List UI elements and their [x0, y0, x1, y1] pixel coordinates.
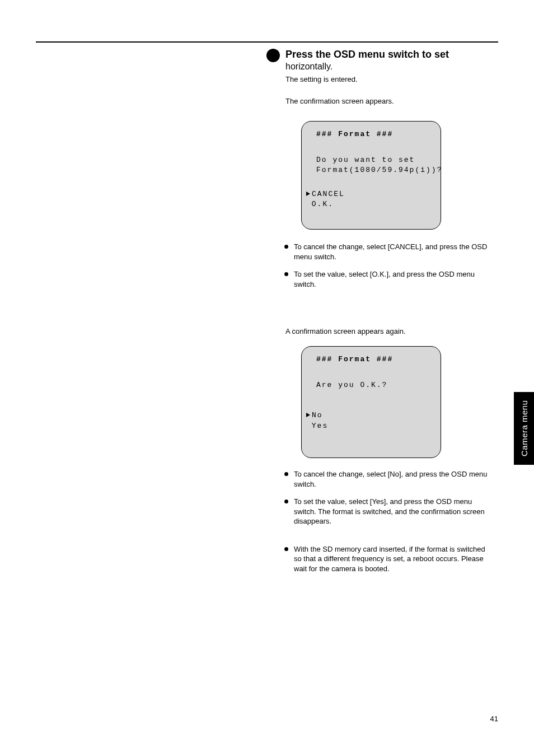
lcd2-option-yes: Yes [306, 421, 416, 431]
horizontal-rule [36, 41, 498, 43]
bullet2-item2: To set the value, select [Yes], and pres… [294, 497, 491, 526]
lcd1-body-2: Format(1080/59.94p(i))? [316, 165, 426, 175]
step-3-line-2: horizontally. [285, 62, 449, 72]
step-3: Press the OSD menu switch to set horizon… [266, 49, 449, 83]
lcd1-opt2-label: O.K. [312, 200, 334, 208]
bullet-icon [284, 245, 288, 249]
bullet-icon [284, 272, 288, 276]
step-3-line-1: Press the OSD menu switch to set [285, 49, 449, 60]
bullet1-item1: To cancel the change, select [CANCEL], a… [294, 242, 491, 262]
lcd-screen-format-2: ### Format ### Are you O.K.? No Yes [301, 346, 441, 458]
lcd1-title: ### Format ### [316, 129, 426, 139]
lcd1-opt1-label: CANCEL [312, 190, 345, 198]
step-3-line-3: The setting is entered. [285, 75, 449, 83]
lcd2-body-1: Are you O.K.? [316, 380, 426, 390]
bullet2-item3: With the SD memory card inserted, if the… [294, 544, 491, 574]
lcd1-option-ok: O.K. [306, 199, 416, 209]
step-number-3 [266, 49, 280, 62]
bullet-icon [284, 500, 288, 503]
bullet-group-1: To cancel the change, select [CANCEL], a… [284, 242, 491, 297]
bullet-icon [284, 547, 288, 551]
cursor-icon [306, 192, 310, 196]
bullet2-item1: To cancel the change, select [No], and p… [294, 469, 491, 489]
confirmation-text-1: The confirmation screen appears. [285, 96, 394, 106]
cursor-icon [306, 413, 310, 417]
lcd2-opt2-label: Yes [312, 422, 328, 430]
confirmation-text-2: A confirmation screen appears again. [285, 327, 406, 335]
bullet-icon [284, 472, 288, 476]
lcd2-title: ### Format ### [316, 354, 426, 365]
lcd1-body-1: Do you want to set [316, 155, 426, 165]
lcd1-option-cancel: CANCEL [306, 189, 416, 199]
lcd2-option-no: No [306, 410, 416, 421]
side-tab-camera-menu: Camera menu [514, 392, 534, 465]
bullet1-item2: To set the value, select [O.K.], and pre… [294, 269, 491, 289]
page-number: 41 [0, 715, 498, 723]
lcd2-opt1-label: No [312, 411, 323, 419]
lcd-screen-format-1: ### Format ### Do you want to set Format… [301, 121, 441, 230]
bullet-group-2: To cancel the change, select [No], and p… [284, 469, 491, 581]
